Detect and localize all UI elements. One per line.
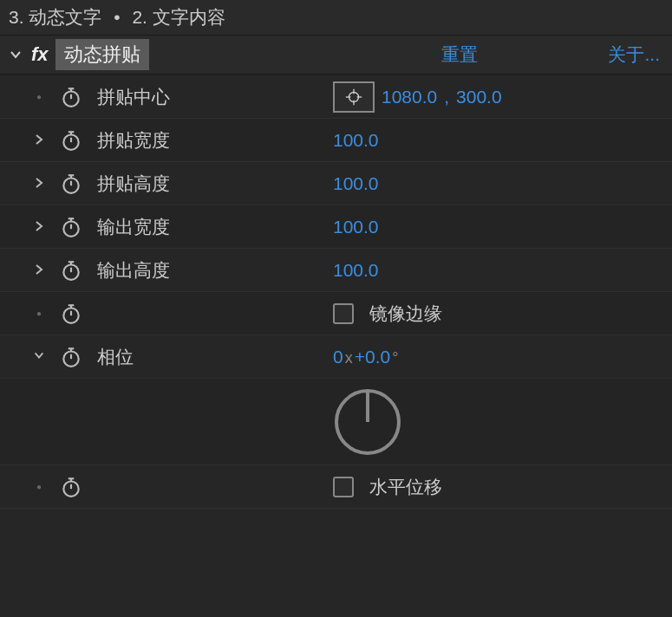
expand-toggle[interactable] [34, 131, 44, 149]
property-label: 拼贴宽度 [90, 128, 333, 153]
property-label: 拼贴高度 [90, 172, 333, 196]
horizontal-shift-checkbox[interactable] [333, 477, 354, 497]
phase-plus: + [355, 347, 365, 367]
stopwatch-icon[interactable] [60, 476, 82, 498]
chevron-right-icon [34, 178, 44, 188]
bullet-icon: ● [36, 482, 42, 491]
dial-icon [333, 387, 402, 457]
property-label: 输出宽度 [90, 215, 333, 239]
property-row-tile-width: 拼贴宽度 100.0 [0, 119, 672, 162]
property-row-phase: 相位 0x+0.0° [0, 335, 672, 379]
breadcrumb: 3. 动态文字 • 2. 文字内容 [0, 0, 672, 36]
property-label: 相位 [90, 345, 333, 369]
stopwatch-icon[interactable] [60, 302, 82, 325]
expand-toggle[interactable] [34, 174, 44, 192]
empty-area [0, 509, 672, 617]
bullet-icon: ● [36, 92, 42, 101]
properties-panel: ● 拼贴中心 1080.0,300.0 拼贴宽度 100.0 拼贴高度 100.… [0, 75, 672, 617]
effect-name[interactable]: 动态拼贴 [55, 39, 149, 70]
stopwatch-icon[interactable] [60, 129, 82, 152]
property-row-output-height: 输出高度 100.0 [0, 249, 672, 292]
output-height-value[interactable]: 100.0 [333, 260, 379, 281]
about-link[interactable]: 关于... [608, 42, 660, 67]
phase-x-separator: x [345, 349, 353, 367]
property-row-output-width: 输出宽度 100.0 [0, 205, 672, 249]
phase-revolutions-value[interactable]: 0 [333, 347, 343, 367]
stopwatch-icon[interactable] [60, 346, 82, 368]
chevron-right-icon [34, 134, 44, 145]
property-row-mirror-edges: ● 镜像边缘 [0, 292, 672, 335]
property-row-phase-dial [0, 379, 672, 465]
breadcrumb-item-1[interactable]: 3. 动态文字 [9, 7, 101, 27]
breadcrumb-item-2[interactable]: 2. 文字内容 [132, 7, 225, 27]
phase-dial[interactable] [333, 387, 402, 457]
chevron-down-icon [9, 48, 23, 62]
reset-link[interactable]: 重置 [441, 42, 478, 67]
bullet-icon: ● [36, 308, 42, 318]
stopwatch-icon[interactable] [60, 259, 82, 282]
tile-width-value[interactable]: 100.0 [333, 130, 379, 151]
phase-degree-unit: ° [392, 349, 398, 367]
mirror-edges-checkbox[interactable] [333, 303, 354, 324]
collapse-toggle[interactable] [33, 347, 45, 366]
property-label: 输出高度 [90, 258, 333, 283]
stopwatch-icon[interactable] [60, 172, 82, 195]
crosshair-icon [344, 88, 363, 107]
expand-toggle[interactable] [34, 218, 44, 236]
effect-header: fx 动态拼贴 重置 关于... [0, 36, 672, 75]
mirror-edges-label: 镜像边缘 [369, 302, 442, 326]
phase-degrees-value[interactable]: 0.0 [365, 347, 390, 367]
tile-center-y-value[interactable]: 300.0 [456, 87, 502, 107]
property-row-tile-height: 拼贴高度 100.0 [0, 162, 672, 205]
value-separator: , [444, 87, 449, 107]
horizontal-shift-label: 水平位移 [369, 475, 442, 499]
tile-center-x-value[interactable]: 1080.0 [382, 87, 437, 107]
breadcrumb-separator: • [114, 7, 120, 27]
stopwatch-icon[interactable] [60, 86, 82, 108]
position-picker-button[interactable] [333, 81, 375, 113]
chevron-down-icon [33, 349, 45, 361]
fx-toggle[interactable]: fx [26, 43, 54, 66]
effect-collapse-toggle[interactable] [5, 48, 26, 62]
stopwatch-icon[interactable] [60, 216, 82, 238]
chevron-right-icon [34, 221, 44, 231]
property-row-tile-center: ● 拼贴中心 1080.0,300.0 [0, 75, 672, 119]
expand-toggle[interactable] [34, 261, 44, 279]
output-width-value[interactable]: 100.0 [333, 217, 379, 237]
chevron-right-icon [34, 264, 44, 275]
property-label: 拼贴中心 [90, 85, 333, 109]
tile-height-value[interactable]: 100.0 [333, 173, 379, 194]
property-row-horizontal-shift: ● 水平位移 [0, 465, 672, 509]
